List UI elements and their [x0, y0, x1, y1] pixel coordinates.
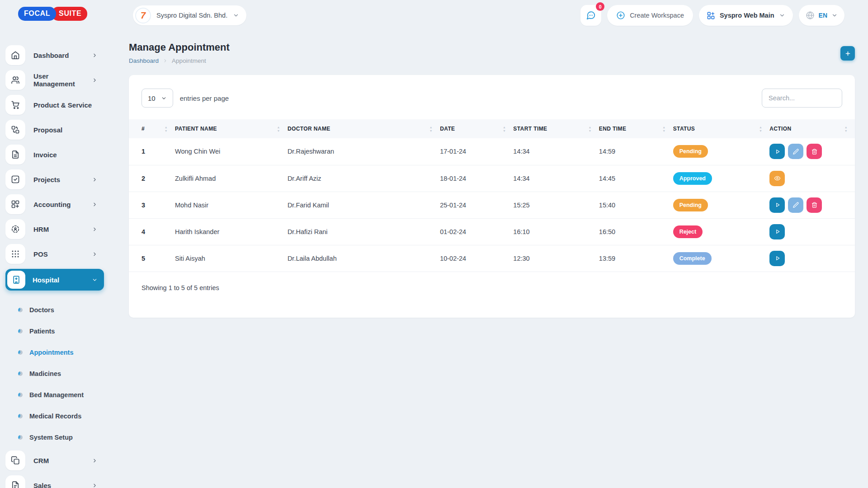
sidebar-subitem-label: Patients: [29, 328, 55, 335]
submenu-bullet-icon: [18, 371, 23, 376]
cell-action: [769, 165, 855, 192]
logo-text-secondary: SUITE: [52, 7, 87, 21]
messages-button[interactable]: 0: [580, 5, 601, 26]
chat-bubble-icon: [586, 10, 596, 20]
sidebar-subitem-label: Madicines: [29, 370, 61, 377]
status-badge: Reject: [673, 225, 703, 238]
chevron-right-icon: [92, 77, 98, 83]
sidebar-item-hrm[interactable]: HRM: [5, 219, 104, 239]
play-button[interactable]: [769, 224, 785, 239]
sidebar-item-label: Invoice: [33, 151, 104, 159]
workspace-grid-icon: [707, 11, 715, 20]
sidebar-subitem-doctors[interactable]: Doctors: [0, 299, 108, 320]
cell-end-time: 14:59: [599, 138, 673, 165]
column-header-start-time[interactable]: START TIME▲▼: [513, 119, 599, 138]
search-input[interactable]: [762, 89, 842, 108]
sidebar-subitem-bed-management[interactable]: Bed Management: [0, 384, 108, 405]
column-header-num[interactable]: #▲▼: [129, 119, 175, 138]
add-appointment-button[interactable]: [840, 46, 855, 61]
column-header-status[interactable]: STATUS▲▼: [673, 119, 770, 138]
sidebar-subitem-madicines[interactable]: Madicines: [0, 363, 108, 384]
workspace-switcher[interactable]: Syspro Web Main: [699, 5, 793, 26]
chevron-down-icon: [161, 95, 167, 101]
language-selector[interactable]: EN: [799, 5, 844, 26]
sidebar-item-label: POS: [33, 250, 92, 258]
column-header-date[interactable]: DATE▲▼: [440, 119, 513, 138]
cell-doctor-name: Dr.Farid Kamil: [288, 192, 440, 218]
cell-end-time: 13:59: [599, 245, 673, 272]
sidebar-subitem-system-setup[interactable]: System Setup: [0, 427, 108, 448]
column-header-patient-name[interactable]: PATIENT NAME▲▼: [175, 119, 288, 138]
table-header-row: #▲▼PATIENT NAME▲▼DOCTOR NAME▲▼DATE▲▼STAR…: [129, 119, 855, 138]
cell-date: 25-01-24: [440, 192, 513, 218]
check-square-icon: [5, 169, 25, 189]
trash-icon: [811, 148, 818, 155]
hospital-submenu: DoctorsPatientsAppointmentsMadicinesBed …: [0, 296, 108, 450]
column-header-doctor-name[interactable]: DOCTOR NAME▲▼: [288, 119, 440, 138]
delete-button[interactable]: [807, 144, 822, 159]
sort-arrows-icon: ▲▼: [429, 126, 433, 132]
column-header-label: DOCTOR NAME: [288, 126, 330, 132]
sidebar-item-projects[interactable]: Projects: [5, 169, 104, 189]
transfer-icon: [5, 120, 25, 140]
home-icon: [5, 45, 25, 65]
breadcrumb-link-dashboard[interactable]: Dashboard: [129, 57, 159, 64]
sidebar-item-label: Dashboard: [33, 52, 92, 59]
sidebar-item-invoice[interactable]: Invoice: [5, 145, 104, 164]
sidebar-item-hospital[interactable]: Hospital: [5, 269, 104, 291]
sidebar-subitem-medical-records[interactable]: Medical Records: [0, 405, 108, 427]
submenu-bullet-icon: [18, 414, 23, 418]
column-header-end-time[interactable]: END TIME▲▼: [599, 119, 673, 138]
company-selector[interactable]: 7 Syspro Digital Sdn. Bhd.: [133, 5, 246, 25]
sidebar-item-label: Projects: [33, 176, 92, 183]
entries-per-page-select[interactable]: 10: [142, 89, 173, 108]
status-badge: Complete: [673, 252, 712, 265]
play-button[interactable]: [769, 144, 785, 159]
sidebar-item-user-management[interactable]: User Management: [5, 70, 104, 90]
sidebar-item-label: Accounting: [33, 201, 92, 208]
sidebar-item-dashboard[interactable]: Dashboard: [5, 45, 104, 65]
create-workspace-button[interactable]: Create Workspace: [607, 5, 693, 26]
sidebar-subitem-appointments[interactable]: Appointments: [0, 342, 108, 363]
column-header-label: PATIENT NAME: [175, 126, 217, 132]
edit-icon: [793, 202, 799, 208]
cell-start-time: 12:30: [513, 245, 599, 272]
cell-action: [769, 192, 855, 218]
cell-start-time: 14:34: [513, 165, 599, 192]
sidebar-item-crm[interactable]: CRM: [5, 450, 104, 470]
column-header-label: ACTION: [769, 126, 791, 132]
cell-end-time: 16:50: [599, 218, 673, 245]
sidebar-item-proposal[interactable]: Proposal: [5, 120, 104, 140]
table-header: #▲▼PATIENT NAME▲▼DOCTOR NAME▲▼DATE▲▼STAR…: [129, 119, 855, 138]
sidebar-subitem-patients[interactable]: Patients: [0, 320, 108, 342]
sidebar-item-label: Hospital: [33, 276, 92, 284]
sidebar-item-label: User Management: [33, 72, 92, 88]
action-buttons: [769, 251, 850, 266]
edit-button[interactable]: [788, 197, 803, 213]
delete-button[interactable]: [807, 197, 822, 213]
play-button[interactable]: [769, 197, 785, 213]
play-icon: [774, 255, 781, 262]
cell-number: 2: [129, 165, 175, 192]
view-button[interactable]: [769, 171, 785, 186]
column-header-action[interactable]: ACTION▲▼: [769, 119, 855, 138]
breadcrumb: Dashboard Appointment: [129, 57, 230, 64]
table-row: 3Mohd NasirDr.Farid Kamil25-01-2415:2515…: [129, 192, 855, 218]
cell-status: Pending: [673, 192, 770, 218]
cell-doctor-name: Dr.Hafizi Rani: [288, 218, 440, 245]
sidebar-item-sales[interactable]: Sales: [5, 475, 104, 488]
cell-start-time: 14:34: [513, 138, 599, 165]
play-button[interactable]: [769, 251, 785, 266]
cell-date: 01-02-24: [440, 218, 513, 245]
column-header-label: #: [142, 126, 145, 132]
title-row: Manage Appointment Dashboard Appointment: [129, 42, 855, 64]
sort-arrows-icon: ▲▼: [589, 126, 592, 132]
cell-number: 5: [129, 245, 175, 272]
status-badge: Pending: [673, 145, 708, 158]
sidebar-item-pos[interactable]: POS: [5, 244, 104, 264]
chevron-down-icon: [92, 277, 98, 283]
sidebar-item-product-service[interactable]: Product & Service: [5, 95, 104, 115]
sidebar-item-accounting[interactable]: Accounting: [5, 194, 104, 214]
edit-button[interactable]: [788, 144, 803, 159]
cell-doctor-name: Dr.Laila Abdullah: [288, 245, 440, 272]
